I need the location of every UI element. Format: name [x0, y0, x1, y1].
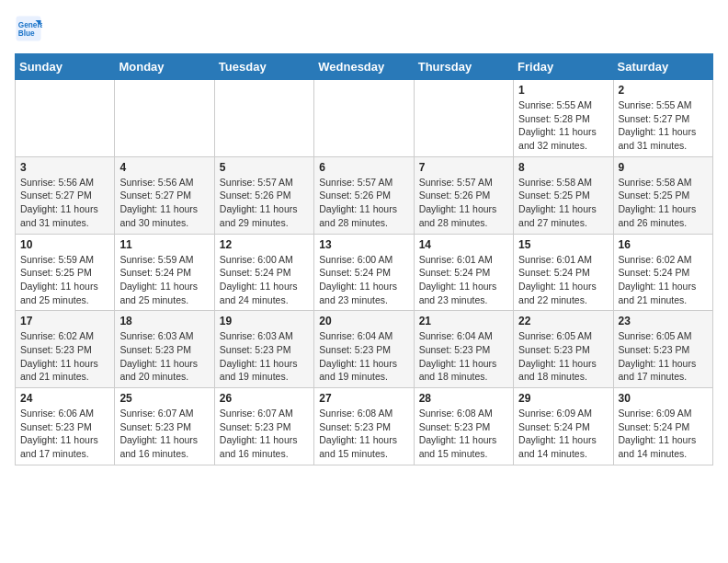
calendar-cell: 13Sunrise: 6:00 AM Sunset: 5:24 PM Dayli…: [314, 234, 414, 311]
calendar-cell: 29Sunrise: 6:09 AM Sunset: 5:24 PM Dayli…: [514, 388, 613, 465]
calendar-cell: 4Sunrise: 5:56 AM Sunset: 5:27 PM Daylig…: [115, 156, 214, 234]
calendar-cell: 23Sunrise: 6:05 AM Sunset: 5:23 PM Dayli…: [613, 311, 712, 388]
day-info: Sunrise: 6:07 AM Sunset: 5:23 PM Dayligh…: [119, 407, 209, 461]
day-info: Sunrise: 6:04 AM Sunset: 5:23 PM Dayligh…: [319, 329, 408, 384]
day-info: Sunrise: 6:07 AM Sunset: 5:23 PM Dayligh…: [220, 407, 309, 461]
week-row-2: 3Sunrise: 5:56 AM Sunset: 5:27 PM Daylig…: [16, 156, 713, 234]
day-number: 22: [518, 315, 608, 327]
day-number: 20: [319, 315, 408, 327]
calendar-cell: 21Sunrise: 6:04 AM Sunset: 5:23 PM Dayli…: [414, 311, 513, 388]
day-number: 15: [518, 238, 608, 251]
day-info: Sunrise: 6:05 AM Sunset: 5:23 PM Dayligh…: [619, 329, 708, 384]
day-info: Sunrise: 5:55 AM Sunset: 5:27 PM Dayligh…: [619, 98, 708, 153]
calendar-cell: 10Sunrise: 5:59 AM Sunset: 5:25 PM Dayli…: [16, 234, 115, 311]
day-info: Sunrise: 6:00 AM Sunset: 5:24 PM Dayligh…: [220, 253, 309, 307]
calendar-cell: 11Sunrise: 5:59 AM Sunset: 5:24 PM Dayli…: [115, 234, 214, 311]
day-info: Sunrise: 5:56 AM Sunset: 5:27 PM Dayligh…: [119, 176, 209, 230]
calendar-cell: 24Sunrise: 6:06 AM Sunset: 5:23 PM Dayli…: [16, 388, 115, 465]
calendar-cell: 20Sunrise: 6:04 AM Sunset: 5:23 PM Dayli…: [314, 311, 414, 388]
calendar-cell: 16Sunrise: 6:02 AM Sunset: 5:24 PM Dayli…: [613, 234, 712, 311]
svg-text:Blue: Blue: [18, 29, 35, 38]
day-number: 8: [518, 161, 608, 174]
day-number: 21: [419, 315, 508, 327]
weekday-header-wednesday: Wednesday: [314, 54, 414, 80]
weekday-header-friday: Friday: [514, 54, 613, 80]
calendar-cell: 9Sunrise: 5:58 AM Sunset: 5:25 PM Daylig…: [613, 156, 712, 234]
calendar-cell: [214, 80, 313, 157]
day-number: 6: [319, 161, 408, 174]
day-number: 12: [220, 238, 309, 251]
calendar-header: SundayMondayTuesdayWednesdayThursdayFrid…: [16, 54, 713, 80]
calendar-cell: 26Sunrise: 6:07 AM Sunset: 5:23 PM Dayli…: [214, 388, 313, 465]
day-number: 4: [119, 161, 209, 174]
day-info: Sunrise: 5:57 AM Sunset: 5:26 PM Dayligh…: [419, 176, 508, 230]
calendar-cell: 3Sunrise: 5:56 AM Sunset: 5:27 PM Daylig…: [16, 156, 115, 234]
calendar-cell: 22Sunrise: 6:05 AM Sunset: 5:23 PM Dayli…: [514, 311, 613, 388]
day-number: 27: [319, 392, 408, 405]
calendar-cell: 19Sunrise: 6:03 AM Sunset: 5:23 PM Dayli…: [214, 311, 313, 388]
day-info: Sunrise: 6:05 AM Sunset: 5:23 PM Dayligh…: [518, 329, 608, 384]
weekday-header-sunday: Sunday: [16, 54, 115, 80]
calendar-cell: 30Sunrise: 6:09 AM Sunset: 5:24 PM Dayli…: [613, 388, 712, 465]
calendar-cell: 1Sunrise: 5:55 AM Sunset: 5:28 PM Daylig…: [514, 80, 613, 157]
header-row: SundayMondayTuesdayWednesdayThursdayFrid…: [16, 54, 713, 80]
week-row-3: 10Sunrise: 5:59 AM Sunset: 5:25 PM Dayli…: [16, 234, 713, 311]
day-number: 24: [20, 392, 109, 405]
day-info: Sunrise: 6:00 AM Sunset: 5:24 PM Dayligh…: [319, 253, 408, 307]
day-number: 26: [220, 392, 309, 405]
weekday-header-thursday: Thursday: [414, 54, 513, 80]
calendar-cell: 6Sunrise: 5:57 AM Sunset: 5:26 PM Daylig…: [314, 156, 414, 234]
day-number: 29: [518, 392, 608, 405]
day-number: 23: [619, 315, 708, 327]
day-number: 13: [319, 238, 408, 251]
weekday-header-monday: Monday: [115, 54, 214, 80]
day-info: Sunrise: 6:01 AM Sunset: 5:24 PM Dayligh…: [419, 253, 508, 307]
logo: General Blue: [15, 15, 46, 42]
calendar-cell: 12Sunrise: 6:00 AM Sunset: 5:24 PM Dayli…: [214, 234, 313, 311]
weekday-header-tuesday: Tuesday: [214, 54, 313, 80]
logo-icon: General Blue: [15, 15, 42, 42]
day-number: 30: [619, 392, 708, 405]
day-info: Sunrise: 6:09 AM Sunset: 5:24 PM Dayligh…: [619, 407, 708, 461]
day-number: 3: [20, 161, 109, 174]
day-info: Sunrise: 5:59 AM Sunset: 5:24 PM Dayligh…: [119, 253, 209, 307]
week-row-1: 1Sunrise: 5:55 AM Sunset: 5:28 PM Daylig…: [16, 80, 713, 157]
day-info: Sunrise: 6:02 AM Sunset: 5:23 PM Dayligh…: [20, 329, 109, 384]
day-info: Sunrise: 5:58 AM Sunset: 5:25 PM Dayligh…: [619, 176, 708, 230]
calendar-cell: 5Sunrise: 5:57 AM Sunset: 5:26 PM Daylig…: [214, 156, 313, 234]
day-number: 2: [619, 84, 708, 97]
calendar-cell: 15Sunrise: 6:01 AM Sunset: 5:24 PM Dayli…: [514, 234, 613, 311]
day-info: Sunrise: 6:08 AM Sunset: 5:23 PM Dayligh…: [419, 407, 508, 461]
calendar-body: 1Sunrise: 5:55 AM Sunset: 5:28 PM Daylig…: [16, 80, 713, 465]
day-info: Sunrise: 5:59 AM Sunset: 5:25 PM Dayligh…: [20, 253, 109, 307]
day-info: Sunrise: 6:09 AM Sunset: 5:24 PM Dayligh…: [518, 407, 608, 461]
day-number: 9: [619, 161, 708, 174]
calendar-cell: [16, 80, 115, 157]
day-info: Sunrise: 5:57 AM Sunset: 5:26 PM Dayligh…: [319, 176, 408, 230]
calendar-cell: 2Sunrise: 5:55 AM Sunset: 5:27 PM Daylig…: [613, 80, 712, 157]
day-info: Sunrise: 5:58 AM Sunset: 5:25 PM Dayligh…: [518, 176, 608, 230]
day-number: 7: [419, 161, 508, 174]
day-number: 14: [419, 238, 508, 251]
day-info: Sunrise: 6:03 AM Sunset: 5:23 PM Dayligh…: [119, 329, 209, 384]
calendar-cell: 27Sunrise: 6:08 AM Sunset: 5:23 PM Dayli…: [314, 388, 414, 465]
day-info: Sunrise: 5:56 AM Sunset: 5:27 PM Dayligh…: [20, 176, 109, 230]
day-info: Sunrise: 6:02 AM Sunset: 5:24 PM Dayligh…: [619, 253, 708, 307]
day-number: 5: [220, 161, 309, 174]
calendar-cell: [115, 80, 214, 157]
day-number: 28: [419, 392, 508, 405]
calendar-cell: [314, 80, 414, 157]
day-info: Sunrise: 6:04 AM Sunset: 5:23 PM Dayligh…: [419, 329, 508, 384]
calendar-cell: 17Sunrise: 6:02 AM Sunset: 5:23 PM Dayli…: [16, 311, 115, 388]
day-number: 19: [220, 315, 309, 327]
week-row-5: 24Sunrise: 6:06 AM Sunset: 5:23 PM Dayli…: [16, 388, 713, 465]
weekday-header-saturday: Saturday: [613, 54, 712, 80]
day-number: 17: [20, 315, 109, 327]
day-info: Sunrise: 6:08 AM Sunset: 5:23 PM Dayligh…: [319, 407, 408, 461]
day-info: Sunrise: 6:06 AM Sunset: 5:23 PM Dayligh…: [20, 407, 109, 461]
week-row-4: 17Sunrise: 6:02 AM Sunset: 5:23 PM Dayli…: [16, 311, 713, 388]
day-number: 18: [119, 315, 209, 327]
day-number: 25: [119, 392, 209, 405]
calendar-cell: 8Sunrise: 5:58 AM Sunset: 5:25 PM Daylig…: [514, 156, 613, 234]
calendar-cell: 25Sunrise: 6:07 AM Sunset: 5:23 PM Dayli…: [115, 388, 214, 465]
